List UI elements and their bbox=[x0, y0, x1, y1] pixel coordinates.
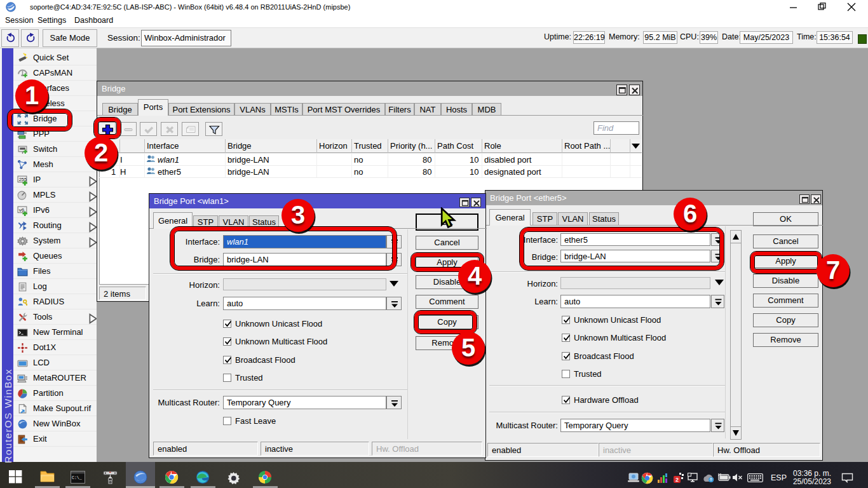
svg-text:C:\_: C:\_ bbox=[72, 476, 82, 480]
svg-text:2: 2 bbox=[675, 477, 679, 483]
svg-text:RouterOS WinBox: RouterOS WinBox bbox=[3, 369, 13, 463]
svg-text:v6: v6 bbox=[19, 207, 25, 213]
